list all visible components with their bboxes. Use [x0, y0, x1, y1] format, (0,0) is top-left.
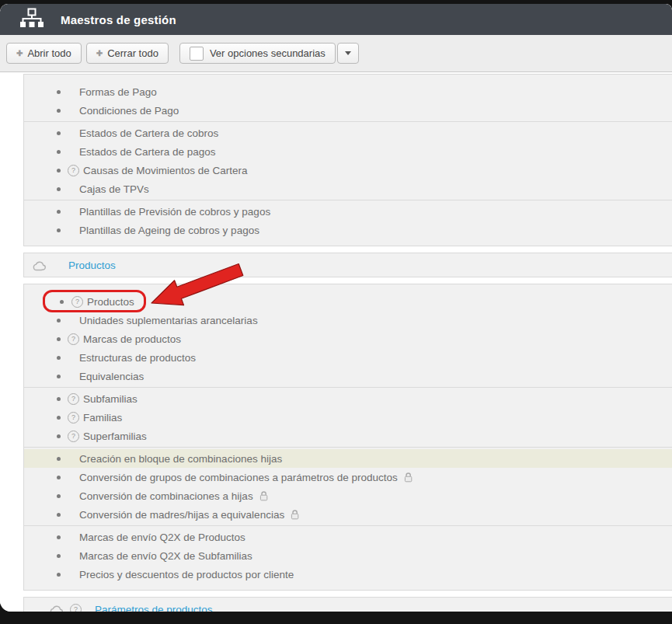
menu-item[interactable]: Estados de Cartera de cobros [24, 124, 672, 142]
lock-icon [403, 472, 413, 483]
group-divider [24, 121, 672, 122]
menu-item-label: Formas de Pago [79, 86, 157, 98]
menu-item-label: Condiciones de Pago [79, 105, 179, 117]
group-divider [24, 200, 672, 200]
section-title: Productos [68, 260, 116, 271]
group-divider [24, 525, 672, 526]
help-icon: ? [68, 412, 79, 424]
menu-item-label: Estados de Cartera de pagos [79, 146, 216, 158]
bullet-icon [57, 187, 61, 191]
menu-item-label: Causas de Movimientos de Cartera [83, 165, 248, 176]
help-icon: ? [70, 604, 82, 612]
menu-item-productos[interactable]: ? Productos [24, 292, 672, 311]
bullet-icon [57, 513, 61, 517]
chevron-down-icon [345, 51, 351, 55]
menu-item[interactable]: Equivalencias [24, 367, 672, 385]
menu-item-highlighted[interactable]: Creación en bloque de combinaciones hija… [24, 449, 672, 468]
bullet-icon [57, 131, 61, 135]
group-divider [24, 387, 672, 388]
help-icon: ? [71, 296, 83, 308]
section-title: Parámetros de productos [95, 604, 213, 612]
cloud-icon [33, 260, 47, 271]
bullet-icon [57, 494, 61, 498]
menu-item-label: Estructuras de productos [79, 352, 196, 364]
bullet-icon [57, 554, 61, 558]
bullet-icon [57, 535, 61, 539]
menu-item[interactable]: Marcas de envío Q2X de Subfamilias [24, 546, 672, 565]
secondary-options-label: Ver opciones secundarias [210, 47, 326, 59]
bullet-icon [57, 457, 61, 461]
bullet-icon [57, 337, 61, 341]
bullet-icon [57, 416, 61, 420]
page-title: Maestros de gestión [61, 13, 176, 26]
menu-item-label: Superfamilias [83, 431, 147, 442]
lock-icon [259, 490, 269, 501]
menu-item-label: Estados de Cartera de cobros [79, 127, 218, 139]
menu-item-label: Plantillas de Ageing de cobros y pagos [79, 225, 259, 236]
menu-item[interactable]: ? Causas de Movimientos de Cartera [24, 161, 672, 180]
app-window: Maestros de gestión ✚ Abrir todo ✚ Cerra… [0, 4, 672, 612]
bullet-icon [57, 375, 61, 378]
bullet-icon [57, 109, 61, 113]
bullet-icon [57, 210, 61, 214]
menu-item[interactable]: ? Superfamilias [24, 427, 672, 445]
menu-item[interactable]: Formas de Pago [24, 82, 672, 101]
menu-item[interactable]: ? Familias [24, 408, 672, 427]
help-icon: ? [68, 393, 79, 405]
menu-item-label: Precios y descuentos de productos por cl… [79, 569, 294, 580]
menu-item[interactable]: Unidades suplementarias arancelarias [24, 311, 672, 329]
bullet-icon [57, 356, 61, 360]
bullet-icon [57, 397, 61, 401]
menu-item[interactable]: Plantillas de Ageing de cobros y pagos [24, 221, 672, 239]
menu-item[interactable]: ? Subfamilias [24, 389, 672, 408]
toolbar: ✚ Abrir todo ✚ Cerrar todo Ver opciones … [0, 35, 672, 72]
sitemap-icon [20, 8, 44, 32]
menu-item[interactable]: Estados de Cartera de pagos [24, 142, 672, 161]
menu-content: Formas de Pago Condiciones de Pago Estad… [0, 72, 672, 612]
menu-item-label: Marcas de productos [83, 333, 181, 345]
app-header: Maestros de gestión [0, 4, 672, 35]
menu-item[interactable]: Cajas de TPVs [24, 180, 672, 198]
bullet-icon [57, 150, 61, 154]
menu-item-label: Subfamilias [83, 393, 138, 405]
menu-item-label: Conversión de grupos de combinaciones a … [79, 472, 398, 483]
cloud-icon [50, 604, 64, 612]
lock-icon [290, 509, 300, 520]
secondary-options-button[interactable]: Ver opciones secundarias [179, 43, 336, 64]
bullet-icon [57, 169, 61, 173]
open-all-button[interactable]: ✚ Abrir todo [6, 43, 82, 64]
bullet-icon [57, 319, 61, 322]
menu-item[interactable]: Plantillas de Previsión de cobros y pago… [24, 202, 672, 221]
section-header-parametros[interactable]: ? Parámetros de productos [23, 597, 672, 612]
menu-item[interactable]: Precios y descuentos de productos por cl… [24, 565, 672, 584]
menu-item[interactable]: ? Marcas de productos [24, 329, 672, 348]
help-icon: ? [68, 333, 79, 345]
menu-item-label: Marcas de envío Q2X de Productos [79, 532, 245, 543]
menu-item-label: Creación en bloque de combinaciones hija… [79, 453, 282, 465]
help-icon: ? [68, 431, 79, 442]
menu-item[interactable]: Conversión de combinaciones a hijas [24, 486, 672, 505]
menu-item[interactable]: Conversión de grupos de combinaciones a … [24, 468, 672, 486]
close-all-button[interactable]: ✚ Cerrar todo [86, 43, 169, 64]
menu-item-label: Productos [87, 296, 134, 308]
menu-item-label: Conversión de madres/hijas a equivalenci… [79, 509, 284, 521]
secondary-options-dropdown-button[interactable] [337, 43, 359, 64]
menu-item-label: Plantillas de Previsión de cobros y pago… [79, 206, 270, 218]
bullet-icon [57, 434, 61, 438]
bullet-icon [57, 90, 61, 94]
bullet-icon [57, 476, 61, 479]
secondary-options-group: Ver opciones secundarias [179, 43, 360, 64]
secondary-options-checkbox[interactable] [190, 47, 204, 61]
menu-item-label: Familias [83, 412, 122, 424]
menu-item[interactable]: Conversión de madres/hijas a equivalenci… [24, 505, 672, 524]
menu-item-label: Cajas de TPVs [79, 183, 149, 195]
menu-item-label: Marcas de envío Q2X de Subfamilias [79, 550, 252, 562]
menu-item[interactable]: Condiciones de Pago [24, 101, 672, 120]
menu-item-label: Conversión de combinaciones a hijas [79, 490, 253, 502]
menu-item-label: Unidades suplementarias arancelarias [79, 315, 258, 326]
section-header-productos[interactable]: Productos [23, 253, 672, 277]
menu-item[interactable]: Marcas de envío Q2X de Productos [24, 528, 672, 546]
menu-item[interactable]: Estructuras de productos [24, 348, 672, 367]
menu-group-cartera: Formas de Pago Condiciones de Pago Estad… [23, 74, 672, 246]
menu-group-productos: ? Productos Unidades suplementarias aran… [23, 284, 672, 591]
